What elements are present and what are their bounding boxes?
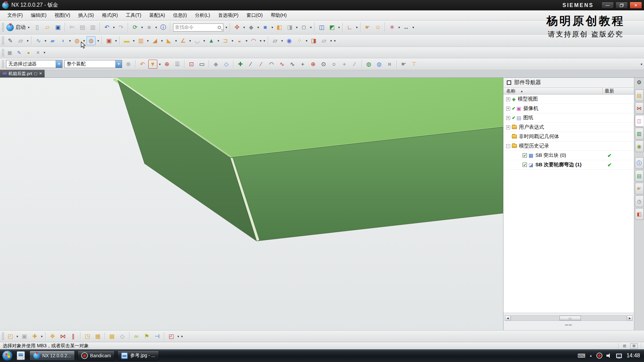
menu-item[interactable]: 格式(R) — [98, 11, 122, 20]
graphics-viewport[interactable] — [0, 78, 503, 330]
web-browser-tab[interactable]: ⓘ — [635, 157, 644, 169]
edit-feature-button[interactable]: ✎ — [15, 49, 23, 57]
bend-button[interactable]: ◖ — [58, 36, 67, 45]
synchronous-dropdown[interactable]: ▾ — [337, 25, 341, 29]
save-button[interactable]: ▣ — [53, 23, 62, 32]
bead-dropdown[interactable]: ▾ — [259, 39, 262, 43]
navigator-row[interactable]: ✔▦SB 突出块 (0)✔ — [503, 151, 634, 160]
show-only-button[interactable]: ◰ — [167, 332, 176, 341]
edit-section-button[interactable]: ◨ — [285, 23, 294, 32]
tsquare-button[interactable]: ⊤ — [410, 60, 419, 69]
role-button[interactable]: ☺ — [373, 23, 382, 32]
solid-punch-button[interactable]: ▬ — [122, 36, 131, 45]
window-style-dropdown[interactable]: ▾ — [154, 25, 158, 29]
panel-horizontal-scrollbar[interactable]: ◀ ||| ▶ — [505, 315, 633, 321]
menu-item[interactable]: 帮助(H) — [267, 11, 290, 20]
menu-item[interactable]: 装配(A) — [145, 11, 169, 20]
snap-spline-button[interactable]: ∿ — [288, 60, 297, 69]
background-dropdown[interactable]: ▾ — [309, 25, 313, 29]
contour-flange-button[interactable]: ∿ — [34, 36, 43, 45]
cut-button[interactable]: ✄ — [67, 23, 76, 32]
drawn-cutout-button[interactable]: ◒ — [235, 36, 244, 45]
small-toolbar-dropdown[interactable]: ▾ — [43, 51, 46, 54]
shaded-select-button[interactable]: ◆ — [211, 60, 220, 69]
hem-flange-button[interactable]: ◡ — [193, 36, 202, 45]
clip-section-button[interactable]: ◧ — [275, 23, 284, 32]
refresh-dropdown[interactable]: ▾ — [140, 25, 144, 29]
menu-item[interactable]: 编辑(E) — [27, 11, 51, 20]
start-orb[interactable] — [2, 350, 13, 361]
expand-icon[interactable]: + — [506, 107, 510, 111]
column-latest[interactable]: 最新 — [603, 88, 634, 94]
component-pattern-button[interactable]: ▦ — [93, 332, 102, 341]
interpart-link-button[interactable]: ⊗ — [124, 60, 133, 69]
undo-button[interactable]: ↶ — [102, 23, 111, 32]
navigator-row[interactable]: +✔▤图纸 — [503, 113, 634, 123]
grid-button[interactable]: ⌗ — [385, 60, 394, 69]
find-component-button[interactable]: ◰ — [6, 332, 15, 341]
mirror-assembly-button[interactable]: ⋈ — [58, 332, 67, 341]
rip-button[interactable]: ◢ — [150, 36, 159, 45]
menu-item[interactable]: 视图(V) — [51, 11, 74, 20]
taskbar-clock[interactable]: 14:48 — [627, 353, 640, 359]
add-component-dropdown[interactable]: ▾ — [40, 335, 44, 338]
snap-midpoint-button[interactable]: ∕ — [257, 60, 266, 69]
exploded-view-button[interactable]: ◇ — [118, 332, 127, 341]
navigator-row[interactable]: −模型历史记录 — [503, 141, 634, 151]
move-component-button[interactable]: ✥ — [48, 332, 57, 341]
menu-item[interactable]: 插入(S) — [74, 11, 98, 20]
find-component-dropdown[interactable]: ▾ — [15, 335, 19, 338]
drawn-cutout-dropdown[interactable]: ▾ — [245, 39, 248, 43]
new-file-button[interactable]: ▯ — [33, 23, 42, 32]
bandicam-tray-icon[interactable] — [596, 353, 602, 359]
pattern-feature-button[interactable]: ⁘ — [295, 36, 304, 45]
add-component-button[interactable]: ✚ — [30, 332, 39, 341]
navigator-row[interactable]: +用户表达式 — [503, 123, 634, 132]
louver-button[interactable]: ◍ — [87, 36, 96, 45]
scrollbar-track[interactable]: ||| — [511, 315, 627, 321]
jog-dropdown[interactable]: ▾ — [230, 39, 234, 43]
drag-handle[interactable] — [2, 60, 4, 68]
history-palette-tab[interactable]: ◷ — [635, 195, 644, 207]
flange-dropdown[interactable]: ▾ — [174, 39, 178, 43]
group-overflow[interactable]: ▾ — [263, 39, 266, 43]
snap-slash-button[interactable]: ∕ — [350, 60, 359, 69]
menu-item[interactable]: 分析(L) — [191, 11, 214, 20]
snap-enable-button[interactable]: ✚ — [236, 60, 245, 69]
hem-flange-dropdown[interactable]: ▾ — [202, 39, 206, 43]
restore-button[interactable] — [615, 2, 628, 9]
csys-orient-button[interactable]: ∟ — [345, 23, 354, 32]
part-tab[interactable]: 机箱后盖.prt ▢ ✕ — [0, 70, 45, 77]
plane-button[interactable]: ▱ — [320, 36, 329, 45]
menu-item[interactable]: 文件(F) — [3, 11, 27, 20]
drag-handle[interactable] — [2, 36, 4, 45]
assembly-constraints-button[interactable]: ∥ — [69, 332, 78, 341]
menu-item[interactable]: 工具(T) — [122, 11, 145, 20]
selection-scope-combo[interactable]: 整个装配▼ — [64, 60, 122, 68]
navigator-row[interactable]: 非时间戳记几何体 — [503, 132, 634, 141]
bead-button[interactable]: ◠ — [249, 36, 258, 45]
taskbar-button[interactable]: Bandicam — [77, 351, 115, 361]
datum-plane-button[interactable]: ▱ — [271, 36, 280, 45]
show-hidden-icons[interactable]: ▲ — [589, 354, 592, 357]
dimple-dropdown[interactable]: ▾ — [82, 39, 86, 43]
rotate-point-button[interactable]: ⊕ — [162, 60, 171, 69]
network-icon[interactable] — [616, 353, 622, 358]
expand-icon[interactable]: + — [506, 125, 510, 129]
command-finder-dropdown[interactable]: ▾ — [224, 25, 228, 29]
render-style-dropdown[interactable]: ▾ — [256, 25, 260, 29]
bend-taper-button[interactable]: ∠ — [178, 36, 187, 45]
undo-dropdown[interactable]: ▾ — [112, 25, 116, 29]
collapse-icon[interactable]: − — [506, 144, 510, 148]
keyboard-icon[interactable]: ⌨ — [578, 353, 585, 359]
flat-pattern-button[interactable]: ▱ — [16, 36, 25, 45]
deselect-button[interactable]: ☰ — [173, 60, 182, 69]
window-style-button[interactable]: ■ — [145, 23, 154, 32]
highlight-filter-button[interactable]: ▼ — [148, 60, 157, 69]
process-studio-tab[interactable]: ☛ — [635, 183, 644, 194]
minimize-button[interactable]: — — [601, 2, 614, 9]
touch-mode-button[interactable]: ☛ — [363, 23, 372, 32]
menu-item[interactable]: 窗口(O) — [243, 11, 267, 20]
render-style-button[interactable]: ◆ — [247, 23, 256, 32]
orient-view-button[interactable]: ■ — [261, 23, 270, 32]
